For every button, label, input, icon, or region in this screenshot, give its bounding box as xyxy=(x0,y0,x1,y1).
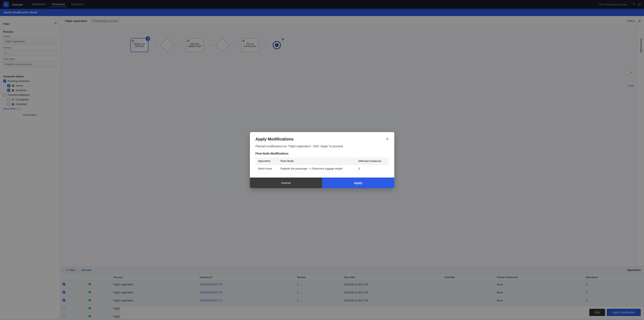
mod-flow-node-cell: Register the passenger --> Determine lug… xyxy=(278,165,356,173)
apply-modifications-modal: Apply Modifications × Planned modificati… xyxy=(250,132,394,188)
modal-header: Apply Modifications × xyxy=(250,132,394,145)
modal-overlay: Apply Modifications × Planned modificati… xyxy=(0,0,644,319)
modal-apply-button[interactable]: Apply xyxy=(322,178,394,188)
mod-col-flow-node: Flow Node xyxy=(278,157,356,165)
modal-close-button[interactable]: × xyxy=(386,137,389,141)
mod-col-operation: Operation xyxy=(256,157,278,165)
modal-description: Planned modifications for "Flight regist… xyxy=(256,145,389,148)
mod-operation-cell: Batch move xyxy=(256,165,278,173)
modal-cancel-button[interactable]: Cancel xyxy=(250,178,322,188)
modal-section-title: Flow Node Modifications xyxy=(256,152,389,155)
mod-table-row: Batch move Register the passenger --> De… xyxy=(256,165,389,173)
modal-title: Apply Modifications xyxy=(256,137,294,141)
modal-body: Planned modifications for "Flight regist… xyxy=(250,145,394,173)
mod-col-affected: Affected instances xyxy=(356,157,388,165)
modal-footer: Cancel Apply xyxy=(250,178,394,188)
modifications-table: Operation Flow Node Affected instances B… xyxy=(256,157,389,173)
mod-affected-cell: 3 xyxy=(356,165,388,173)
